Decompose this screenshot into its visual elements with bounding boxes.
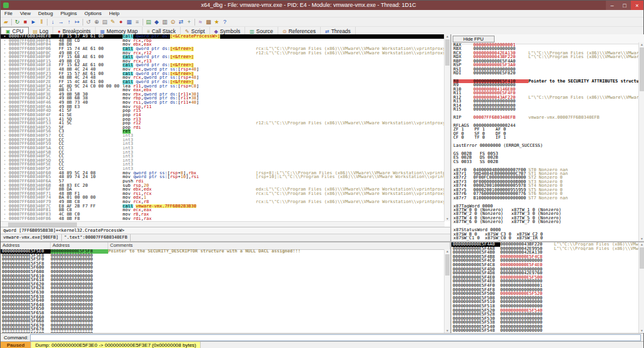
stack-comment-cell: L"\"C:\\Program Files (x86)\\VMware\\VMw… bbox=[554, 247, 639, 251]
stack-comment-cell bbox=[554, 309, 639, 313]
stack-vscrollbar[interactable]: ▲ ▼ bbox=[638, 242, 644, 333]
references-icon[interactable]: ⊙ bbox=[169, 18, 177, 26]
run-icon[interactable]: ► bbox=[29, 18, 38, 26]
trace-icon[interactable]: ≈ bbox=[196, 18, 204, 26]
hide-fpu-button[interactable]: Hide FPU bbox=[453, 36, 495, 42]
menu-item-view[interactable]: View bbox=[16, 10, 34, 17]
settings-gear-icon[interactable]: ⊕ bbox=[93, 18, 101, 26]
command-input[interactable] bbox=[30, 334, 641, 341]
scroll-thumb[interactable] bbox=[445, 254, 450, 276]
instruction-cell: mov r8,rax bbox=[123, 212, 256, 217]
register-comment: vmware-vmx.00007FF6B0340EFB bbox=[528, 116, 639, 119]
breakpoint-gutter[interactable]: • bbox=[1, 217, 9, 221]
disasm-row[interactable]: •00007FF6B0340F5DCCint3 bbox=[1, 159, 445, 163]
menu-item-debug[interactable]: Debug bbox=[34, 10, 57, 17]
disasm-row[interactable]: •00007FF6B0340F59CCint3 bbox=[1, 142, 445, 146]
scroll-thumb[interactable] bbox=[445, 39, 450, 66]
stop-icon[interactable]: ■ bbox=[21, 18, 29, 26]
comment-cell bbox=[256, 184, 445, 188]
call-stack-icon[interactable]: ≡ bbox=[133, 18, 141, 26]
tab-label: Symbols bbox=[220, 28, 241, 34]
dump-header-value[interactable]: Address bbox=[51, 242, 108, 249]
symbols-icon[interactable]: ◆ bbox=[153, 18, 161, 26]
register-name: RIP bbox=[453, 116, 473, 119]
scroll-thumb[interactable] bbox=[8, 222, 77, 227]
close-icon[interactable]: × bbox=[631, 1, 643, 10]
comment-cell: rcx:L"\"C:\\Program Files (x86)\\VMware\… bbox=[256, 192, 445, 196]
source-icon[interactable]: ▥ bbox=[161, 18, 169, 26]
maximize-icon[interactable]: □ bbox=[618, 1, 631, 10]
menu-item-file[interactable]: File bbox=[1, 10, 16, 17]
tab-label: Log bbox=[39, 28, 48, 34]
step-over-icon[interactable]: → bbox=[57, 18, 65, 26]
stack-comment-cell bbox=[554, 255, 639, 259]
log-icon[interactable]: ▤ bbox=[101, 18, 109, 26]
status-dump-range: Dump: 0000000000E5F3E0 -> 0000000000E5F3… bbox=[31, 342, 200, 348]
scroll-thumb[interactable] bbox=[640, 247, 644, 269]
stack-comment-cell bbox=[554, 325, 639, 329]
script-icon[interactable]: ▤ bbox=[144, 18, 153, 26]
disasm-row[interactable]: •00007FF6B0340F8648 8B F8mov rdi,rax bbox=[1, 217, 445, 221]
disasm-row[interactable]: •00007FF6B0340F555Fpop rdi bbox=[1, 126, 445, 130]
dump-comment-cell bbox=[108, 270, 445, 274]
instruction-cell: lea r11,qword ptr ss:[rsp+C0] bbox=[123, 84, 256, 89]
favourites-icon[interactable]: ★ bbox=[213, 18, 221, 26]
menu-item-help[interactable]: Help bbox=[106, 10, 123, 17]
breakpoints-icon[interactable]: ● bbox=[117, 18, 125, 26]
calculator-icon[interactable]: ▩ bbox=[204, 18, 213, 26]
disasm-row[interactable]: •00007FF6B0340F5CCCint3 bbox=[1, 154, 445, 159]
registers-view: RAX0000000000000001RBX0000000000000000RC… bbox=[451, 42, 639, 241]
menu-item-plugins[interactable]: Plugins bbox=[57, 10, 81, 17]
menu-item-options[interactable]: Options bbox=[81, 10, 106, 17]
disasm-row[interactable]: •00007FF6B0340F6548 89 74 24 10mov qword… bbox=[1, 175, 445, 179]
tab-label: CPU bbox=[13, 28, 24, 34]
scroll-up-icon[interactable]: ▲ bbox=[639, 242, 644, 247]
open-file-icon[interactable]: ▰ bbox=[2, 18, 10, 26]
run-to-cursor-icon[interactable]: ↦ bbox=[73, 18, 81, 26]
comment-cell: [rsp+8]:L"\"C:\\Program Files (x86)\\VMw… bbox=[256, 171, 445, 176]
pause-icon[interactable]: ‖ bbox=[38, 18, 46, 26]
disasm-row[interactable]: •00007FF6B0340F5341 5Cpop r12r12:L"\"C:\… bbox=[1, 121, 445, 126]
scroll-down-icon[interactable]: ▼ bbox=[445, 217, 450, 221]
disasm-row[interactable]: •00007FF6B0340F57CCint3 bbox=[1, 134, 445, 138]
help-icon[interactable]: ? bbox=[221, 18, 229, 26]
scroll-up-icon[interactable]: ▲ bbox=[445, 34, 450, 39]
disasm-row[interactable]: •00007FF6B0340F5ECCint3 bbox=[1, 162, 445, 167]
instruction-cell: call qword ptr ds:[<&free>] bbox=[123, 55, 256, 59]
notes-icon[interactable]: ✎ bbox=[109, 18, 117, 26]
step-into-icon[interactable]: ↓ bbox=[49, 18, 57, 26]
dump-comment-cell bbox=[108, 299, 445, 303]
register-row[interactable]: RIP00007FF6B0340EFBvmware-vmx.00007FF6B0… bbox=[453, 116, 639, 119]
comment-cell bbox=[256, 72, 445, 76]
scroll-down-icon[interactable]: ▼ bbox=[639, 237, 644, 241]
scroll-down-icon[interactable]: ▼ bbox=[445, 329, 450, 333]
disassembly-vscrollbar[interactable]: ▲ ▼ bbox=[444, 34, 450, 221]
dump-vscrollbar[interactable]: ▲ ▼ bbox=[444, 249, 450, 333]
minimize-icon[interactable]: – bbox=[606, 1, 618, 10]
restart-icon[interactable]: ↻ bbox=[13, 18, 21, 26]
dump-comment-cell bbox=[108, 327, 445, 332]
disasm-row[interactable]: •00007FF6B0340F58CCint3 bbox=[1, 138, 445, 142]
dump-header-comments[interactable]: Comments bbox=[108, 242, 450, 249]
disasm-row[interactable]: •00007FF6B0340F5BCCint3 bbox=[1, 151, 445, 155]
dump-header-address[interactable]: Address bbox=[1, 242, 51, 249]
bytes-cell: CC bbox=[59, 138, 123, 142]
back-icon[interactable]: ↺ bbox=[84, 18, 93, 26]
disasm-row[interactable]: •00007FF6B0340F5ACCint3 bbox=[1, 146, 445, 151]
instruction-cell: call qword ptr ds:[<&CreateProcessW>] bbox=[123, 34, 256, 39]
register-row[interactable]: x87SW_C1 0 x87SW_C0 0 x87SW_IR 0 bbox=[453, 236, 639, 240]
comment-cell bbox=[256, 84, 445, 89]
register-comment: L"\"C:\\Program Files (x86)\\VMware\\VMw… bbox=[528, 96, 639, 99]
scroll-up-icon[interactable]: ▲ bbox=[639, 42, 644, 47]
memory-map-icon[interactable]: ▦ bbox=[125, 18, 133, 26]
instruction-cell: ret bbox=[123, 129, 256, 134]
disasm-row[interactable]: •00007FF6B0340F56C3ret bbox=[1, 129, 445, 134]
scroll-up-icon[interactable]: ▲ bbox=[445, 249, 450, 254]
registers-vscrollbar[interactable]: ▲ ▼ bbox=[638, 42, 644, 241]
threads-icon[interactable]: ⇄ bbox=[177, 18, 185, 26]
scroll-down-icon[interactable]: ▼ bbox=[639, 329, 644, 333]
scroll-thumb[interactable] bbox=[640, 47, 644, 91]
register-row[interactable]: x87r7B1000000000000000000ST7 Nonzero nan bbox=[453, 196, 639, 200]
step-out-icon[interactable]: ↑ bbox=[65, 18, 73, 26]
handles-icon[interactable]: + bbox=[185, 18, 193, 26]
